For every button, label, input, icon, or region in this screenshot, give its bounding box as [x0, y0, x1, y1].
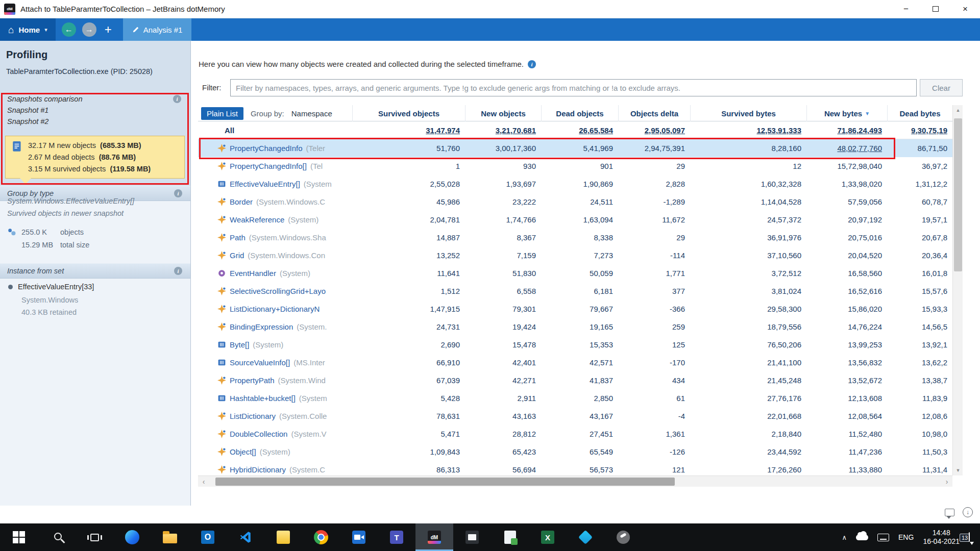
horizontal-scrollbar[interactable]: ‹ › [198, 475, 952, 487]
type-name[interactable]: ListDictionary+DictionaryN [230, 305, 320, 313]
vertical-scrollbar[interactable]: ▲ ▼ [952, 105, 963, 475]
cell-new-bytes[interactable]: 48,02,77,760 [806, 144, 887, 153]
back-button[interactable]: ← [62, 22, 76, 37]
touch-keyboard-icon[interactable] [877, 534, 889, 541]
snapshot-1-item[interactable]: Snapshot #1 [7, 106, 48, 114]
taskbar-search-button[interactable] [38, 523, 76, 551]
type-name[interactable]: Byte[] [230, 340, 249, 349]
group-by-namespace-option[interactable]: Namespace [291, 109, 332, 118]
type-name[interactable]: WeakReference [230, 215, 284, 224]
table-row[interactable]: EventHandler(System)11,64151,83050,0591,… [198, 264, 952, 282]
info-icon[interactable]: i [174, 267, 182, 275]
snapshot-2-item[interactable]: Snapshot #2 [7, 117, 48, 126]
taskbar-outlook-button[interactable]: O [189, 523, 227, 551]
type-name[interactable]: Border [230, 197, 253, 206]
type-name[interactable]: Path [230, 233, 246, 242]
tab-plain-list[interactable]: Plain List [201, 107, 243, 120]
type-name[interactable]: EffectiveValueEntry[] [230, 180, 300, 188]
all-row-value[interactable]: 12,53,91,333 [690, 126, 806, 135]
action-center-button[interactable]: 13 [969, 533, 970, 542]
taskbar-video-app-button[interactable] [340, 523, 378, 551]
table-row[interactable]: SelectiveScrollingGrid+Layo1,5126,5586,1… [198, 282, 952, 300]
table-row[interactable]: SourceValueInfo[](MS.Inter66,91042,40142… [198, 354, 952, 371]
type-name[interactable]: PropertyChangedInfo [230, 144, 303, 153]
taskbar-task-view-button[interactable] [76, 523, 113, 551]
filter-input[interactable] [230, 79, 917, 96]
column-header-new-bytes[interactable]: New bytes▼ [806, 105, 887, 121]
column-header-objects-delta[interactable]: Objects delta [618, 105, 690, 121]
scroll-up-icon[interactable]: ▲ [953, 105, 963, 115]
taskbar-teams-button[interactable]: T [378, 523, 415, 551]
type-name[interactable]: SelectiveScrollingGrid+Layo [230, 287, 326, 295]
info-icon[interactable]: i [528, 60, 536, 68]
horizontal-scroll-thumb[interactable] [215, 478, 675, 486]
snapshot-summary-callout[interactable]: 32.17 M new objects (685.33 MB) 2.67 M d… [5, 136, 185, 179]
taskbar-image-editor-button[interactable] [604, 523, 642, 551]
minimize-button[interactable]: − [891, 0, 921, 18]
column-header-dead-objects[interactable]: Dead objects [541, 105, 618, 121]
type-name[interactable]: Grid [230, 251, 244, 260]
close-button[interactable]: × [950, 0, 980, 18]
column-header-survived-objects[interactable]: Survived objects [352, 105, 465, 121]
language-indicator[interactable]: ENG [898, 533, 914, 541]
table-row[interactable]: DoubleCollection(System.V5,47128,81227,4… [198, 425, 952, 443]
table-row[interactable]: PropertyChangedInfo(Teler51,7603,00,17,3… [198, 139, 952, 157]
table-row[interactable]: HybridDictionary(System.C86,31356,69456,… [198, 461, 952, 475]
table-row[interactable]: Border(System.Windows.C45,98623,22224,51… [198, 193, 952, 211]
taskbar-chrome-button[interactable] [302, 523, 340, 551]
type-name[interactable]: DoubleCollection [230, 430, 287, 438]
taskbar-vscode-button[interactable] [227, 523, 264, 551]
all-row-value[interactable]: 9,30,75,19 [887, 126, 952, 135]
table-row-all[interactable]: All 31,47,9743,21,70,68126,65,5842,95,05… [198, 121, 952, 139]
info-icon[interactable]: i [174, 189, 182, 197]
table-row[interactable]: EffectiveValueEntry[](System2,55,0281,93… [198, 175, 952, 193]
vertical-scroll-thumb[interactable] [954, 118, 962, 271]
type-name[interactable]: ListDictionary [230, 412, 276, 420]
table-row[interactable]: Hashtable+bucket[](System5,4282,9112,850… [198, 389, 952, 407]
feedback-icon[interactable] [945, 509, 954, 516]
all-row-value[interactable]: 71,86,24,493 [806, 126, 887, 135]
all-row-value[interactable]: 31,47,974 [352, 126, 465, 135]
new-tab-button[interactable]: + [105, 23, 112, 36]
taskbar-file-explorer-button[interactable] [151, 523, 189, 551]
taskbar-windows-start-button[interactable] [0, 523, 38, 551]
taskbar-clock[interactable]: 14:48 16-04-2021 [923, 529, 960, 546]
column-header-new-objects[interactable]: New objects [465, 105, 541, 121]
type-name[interactable]: BindingExpression [230, 322, 293, 331]
download-update-icon[interactable]: ↓ [963, 507, 973, 517]
scroll-left-icon[interactable]: ‹ [198, 476, 209, 487]
instance-name-row[interactable]: EffectiveValueEntry[33] [8, 283, 94, 291]
scroll-right-icon[interactable]: › [941, 476, 952, 487]
table-row[interactable]: Object[](System)1,09,84365,42365,549-126… [198, 443, 952, 461]
column-header-dead-bytes[interactable]: Dead bytes [887, 105, 952, 121]
type-name[interactable]: HybridDictionary [230, 465, 286, 474]
table-row[interactable]: WeakReference(System)2,04,7811,74,7661,6… [198, 211, 952, 229]
table-row[interactable]: Path(System.Windows.Sha14,8878,3678,3382… [198, 229, 952, 246]
info-icon[interactable]: i [173, 95, 181, 103]
home-button[interactable]: ⌂ Home ▾ [0, 18, 56, 41]
maximize-button[interactable] [921, 0, 950, 18]
type-name[interactable]: Hashtable+bucket[] [230, 394, 296, 403]
taskbar-excel-button[interactable]: X [529, 523, 567, 551]
taskbar-notes-editor-button[interactable] [491, 523, 529, 551]
table-row[interactable]: Byte[](System)2,69015,47815,35312576,50,… [198, 336, 952, 354]
table-row[interactable]: ListDictionary(System.Colle78,63143,1634… [198, 407, 952, 425]
table-row[interactable]: BindingExpression(System.24,73119,42419,… [198, 318, 952, 336]
type-name[interactable]: Object[] [230, 447, 256, 456]
onedrive-cloud-icon[interactable] [856, 535, 868, 540]
taskbar-whiteboard-button[interactable] [453, 523, 491, 551]
all-row-value[interactable]: 3,21,70,681 [465, 126, 541, 135]
type-name[interactable]: EventHandler [230, 269, 276, 278]
table-row[interactable]: ListDictionary+DictionaryN1,47,91579,301… [198, 300, 952, 318]
taskbar-cyan-diamond-app-button[interactable] [567, 523, 604, 551]
table-row[interactable]: PropertyChangedInfo[](Tel1930901291215,7… [198, 157, 952, 175]
tray-chevron-up-icon[interactable]: ∧ [842, 534, 847, 541]
tab-analysis-1[interactable]: Analysis #1 [123, 18, 192, 41]
all-row-value[interactable]: 2,95,05,097 [618, 126, 690, 135]
scroll-down-icon[interactable]: ▼ [953, 465, 963, 475]
type-name[interactable]: PropertyPath [230, 376, 275, 385]
table-row[interactable]: PropertyPath(System.Wind67,03942,27141,8… [198, 371, 952, 389]
taskbar-dotmemory-button[interactable]: dM [415, 523, 453, 551]
type-name[interactable]: SourceValueInfo[] [230, 358, 290, 367]
type-name[interactable]: PropertyChangedInfo[] [230, 162, 307, 170]
